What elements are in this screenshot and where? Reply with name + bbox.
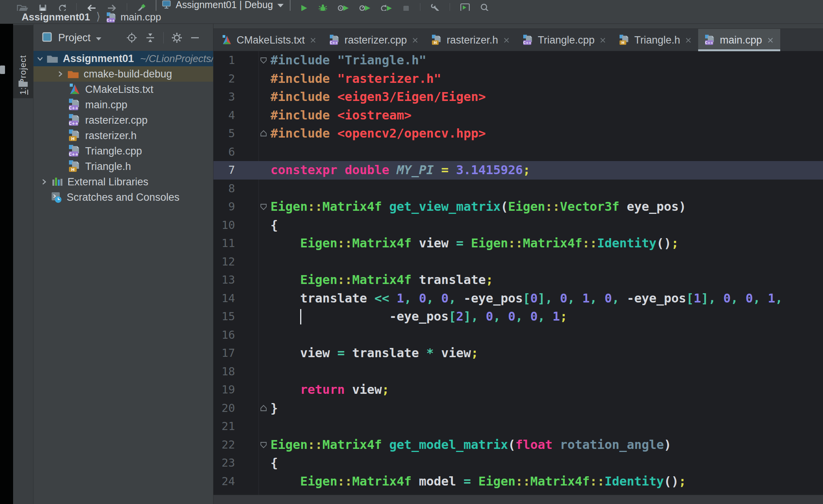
tree-item-triangle-h[interactable]: HTriangle.h	[34, 159, 213, 174]
tree-item-rasterizer-h[interactable]: Hrasterizer.h	[34, 128, 213, 143]
tree-item-label: Assignment01	[63, 53, 134, 65]
chevron-down-icon[interactable]	[96, 37, 101, 40]
line-number: 4	[213, 106, 235, 125]
magic-wand-icon[interactable]	[137, 4, 146, 11]
line-number: 1	[213, 51, 235, 70]
line-number: 7	[213, 161, 235, 180]
line-number: 2	[213, 70, 235, 88]
close-icon[interactable]	[504, 37, 509, 43]
tree-item-cmake-build-debug[interactable]: cmake-build-debug	[34, 66, 213, 82]
svg-text:H: H	[434, 40, 437, 45]
close-icon[interactable]	[685, 37, 691, 43]
run-with-coverage-icon[interactable]	[338, 4, 349, 11]
tab-rasterizer-h[interactable]: Hrasterizer.h	[425, 29, 516, 51]
line-number: 22	[213, 436, 235, 454]
tab-main-cpp[interactable]: C++main.cpp	[698, 29, 780, 51]
tree-item-external-libraries[interactable]: External Libraries	[34, 174, 213, 190]
tab-label: Triangle.h	[634, 34, 680, 46]
line-number: 17	[213, 344, 235, 363]
tab-cmakelists-txt[interactable]: CMakeLists.txt	[215, 29, 323, 51]
folder-icon	[18, 79, 28, 89]
code-editor[interactable]: 1#include "Triangle.h"2#include "rasteri…	[213, 51, 823, 495]
tab-label: rasterizer.h	[447, 34, 498, 46]
panel-header-separator	[163, 32, 164, 44]
fold-marker-up-icon[interactable]	[260, 130, 267, 139]
code-line-15: -eye_pos[2], 0, 0, 0, 1;	[270, 307, 568, 326]
hide-icon[interactable]	[190, 33, 200, 43]
breadcrumb-project[interactable]: Assignment01	[22, 11, 90, 23]
synchronize-icon[interactable]	[57, 4, 66, 11]
project-panel-header: Project	[34, 24, 213, 49]
main-toolbar: Assignment01 | Debug	[0, 0, 823, 11]
run-anything-icon[interactable]	[460, 3, 470, 11]
run-icon[interactable]	[300, 4, 308, 11]
stop-icon[interactable]	[402, 5, 410, 11]
run-with-restart-icon[interactable]	[381, 4, 392, 11]
chevron-down-icon[interactable]	[36, 54, 44, 63]
open-project-icon[interactable]	[17, 4, 29, 11]
cpp-icon: C++	[69, 145, 81, 157]
code-line-14: translate << 1, 0, 0, -eye_pos[0], 0, 1,…	[270, 289, 783, 308]
tree-item-label: CMakeLists.txt	[85, 84, 153, 96]
stripe-button-project[interactable]: 1: Project	[13, 25, 33, 98]
fold-marker-up-icon[interactable]	[260, 405, 267, 413]
line-number: 11	[213, 234, 235, 253]
tree-item-label: Scratches and Consoles	[67, 192, 180, 203]
code-line-9: Eigen::Matrix4f get_view_matrix(Eigen::V…	[270, 198, 686, 216]
line-number: 8	[213, 180, 235, 198]
close-icon[interactable]	[412, 37, 418, 43]
breadcrumb-file[interactable]: main.cpp	[121, 11, 161, 23]
tab-rasterizer-cpp[interactable]: C++rasterizer.cpp	[323, 29, 425, 51]
back-icon[interactable]	[87, 4, 97, 11]
project-panel-title[interactable]: Project	[58, 32, 91, 44]
settings-icon[interactable]	[171, 32, 182, 43]
locate-icon[interactable]	[126, 32, 137, 43]
tree-item-assignment01[interactable]: Assignment01~/CLionProjects/A	[34, 51, 213, 66]
chevron-right-icon[interactable]	[39, 178, 49, 186]
tree-item-main-cpp[interactable]: C++main.cpp	[34, 97, 213, 113]
code-line-23: {	[270, 454, 278, 472]
svg-text:C++: C++	[69, 121, 79, 126]
forward-icon[interactable]	[107, 4, 117, 11]
line-number: 18	[213, 363, 235, 381]
line-number: 21	[213, 417, 235, 436]
svg-text:H: H	[621, 40, 625, 45]
fold-marker-down-icon[interactable]	[260, 57, 267, 66]
editor-tabs: CMakeLists.txtC++rasterizer.cppHrasteriz…	[215, 29, 780, 51]
tree-item-label: Triangle.h	[85, 161, 131, 173]
profile-icon[interactable]	[359, 4, 371, 11]
code-line-13: Eigen::Matrix4f translate;	[270, 271, 493, 289]
fold-marker-down-icon[interactable]	[260, 203, 267, 212]
wrench-icon[interactable]	[430, 3, 440, 11]
code-line-5: #include <opencv2/opencv.hpp>	[270, 124, 486, 143]
clion-window: Assignment01 | Debug Assignment01 ⟩ C++ …	[0, 0, 823, 504]
chevron-right-icon[interactable]	[55, 70, 65, 78]
search-everywhere-icon[interactable]	[480, 3, 489, 11]
tab-triangle-h[interactable]: HTriangle.h	[613, 29, 698, 51]
save-all-icon[interactable]	[39, 4, 47, 11]
run-config-selector[interactable]: Assignment01 | Debug	[156, 0, 291, 11]
collapse-all-icon[interactable]	[145, 32, 156, 43]
breadcrumb-separator-icon: ⟩	[96, 10, 101, 23]
line-number: 12	[213, 253, 235, 271]
debug-icon[interactable]	[318, 4, 328, 11]
tab-triangle-cpp[interactable]: C++Triangle.cpp	[516, 29, 613, 51]
toolbar-separator	[450, 3, 450, 11]
close-icon[interactable]	[768, 37, 773, 43]
editor-tab-bar: CMakeLists.txtC++rasterizer.cppHrasteriz…	[213, 24, 823, 51]
fold-marker-down-icon[interactable]	[260, 441, 267, 450]
monitor-icon	[162, 0, 171, 9]
close-icon[interactable]	[600, 37, 606, 43]
editor: CMakeLists.txtC++rasterizer.cppHrasteriz…	[213, 24, 823, 504]
tree-item-label: main.cpp	[85, 99, 128, 111]
line-number: 9	[213, 198, 235, 216]
tree-item-cmakelists-txt[interactable]: CMakeLists.txt	[34, 82, 213, 97]
tree-item-scratches-and-consoles[interactable]: Scratches and Consoles	[34, 190, 213, 205]
close-icon[interactable]	[310, 37, 316, 43]
toolbar-separator	[76, 3, 77, 11]
svg-text:C++: C++	[705, 41, 713, 45]
tree-item-triangle-cpp[interactable]: C++Triangle.cpp	[34, 143, 213, 159]
folder-blue-icon	[47, 54, 58, 64]
cpp-icon: C++	[69, 99, 81, 111]
tree-item-rasterizer-cpp[interactable]: C++rasterizer.cpp	[34, 113, 213, 128]
